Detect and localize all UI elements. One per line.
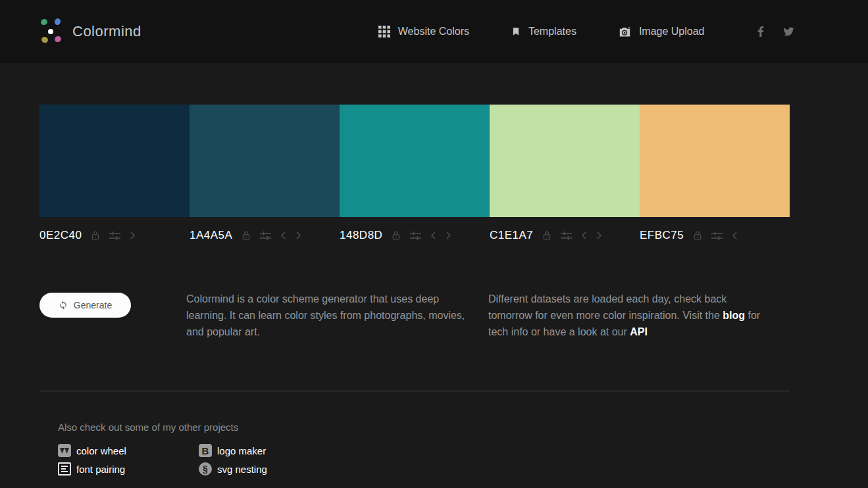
colormind-page: Colormind Website Colors Templates: [0, 0, 868, 476]
colormind-dots-icon: [38, 17, 63, 46]
refresh-icon: [59, 301, 68, 310]
project-label: svg nesting: [217, 464, 267, 475]
nav-label: Image Upload: [639, 26, 705, 37]
swatch-4-hex[interactable]: C1E1A7: [490, 229, 533, 242]
swatch-3-controls: 148D8D: [340, 228, 490, 243]
swatch-5-hex[interactable]: EFBC75: [640, 229, 684, 242]
social-links: [757, 26, 795, 37]
nav-item-website-colors[interactable]: Website Colors: [378, 26, 469, 37]
project-label: color wheel: [76, 445, 126, 456]
camera-icon: [619, 26, 631, 37]
logo-maker-icon: B: [199, 444, 212, 457]
chevron-left-icon[interactable]: [581, 232, 587, 239]
chevron-left-icon[interactable]: [430, 232, 436, 239]
logo-dot-olive: [41, 36, 49, 44]
sliders-icon[interactable]: [410, 231, 421, 241]
swatch-3-color[interactable]: [340, 105, 490, 217]
blog-link[interactable]: blog: [723, 310, 745, 321]
color-wheel-icon: [58, 444, 71, 457]
chevron-left-icon[interactable]: [732, 232, 738, 239]
project-link-color-wheel[interactable]: color wheel: [58, 444, 199, 457]
top-nav-bar: Colormind Website Colors Templates: [0, 0, 868, 63]
lock-icon[interactable]: [693, 230, 702, 241]
nav-item-image-upload[interactable]: Image Upload: [619, 26, 705, 37]
chevron-right-icon[interactable]: [295, 232, 301, 239]
swatch-2-controls: 1A4A5A: [190, 228, 340, 243]
info-row: Generate Colormind is a color scheme gen…: [39, 293, 790, 351]
project-label: logo maker: [217, 445, 266, 456]
lock-icon[interactable]: [392, 230, 401, 241]
logo-dot-blue: [54, 18, 62, 26]
nav-label: Templates: [528, 26, 576, 37]
swatch-1-color[interactable]: [39, 105, 190, 217]
main-content: 0E2C40 1A4A5A: [0, 105, 868, 476]
color-palette: 0E2C40 1A4A5A: [39, 105, 790, 243]
swatch-2-color[interactable]: [190, 105, 340, 217]
lock-icon[interactable]: [542, 230, 551, 241]
logo-dot-green: [40, 18, 48, 26]
project-link-logo-maker[interactable]: B logo maker: [199, 444, 868, 457]
nav-label: Website Colors: [398, 26, 469, 37]
swatch-3: 148D8D: [340, 105, 490, 243]
swatch-4-controls: C1E1A7: [490, 228, 640, 243]
swatch-1-hex[interactable]: 0E2C40: [39, 229, 82, 242]
generate-button[interactable]: Generate: [39, 293, 131, 318]
logo[interactable]: Colormind: [38, 17, 141, 46]
sliders-icon[interactable]: [109, 231, 120, 241]
svg-nesting-glyph: §: [203, 464, 208, 474]
swatch-2: 1A4A5A: [190, 105, 340, 243]
chevron-right-icon[interactable]: [130, 232, 136, 239]
logo-dot-white: [48, 29, 53, 34]
grid-icon: [378, 26, 390, 37]
lock-icon[interactable]: [91, 230, 100, 241]
project-link-svg-nesting[interactable]: § svg nesting: [199, 462, 868, 476]
swatch-5-controls: EFBC75: [640, 228, 790, 243]
lock-icon[interactable]: [242, 230, 251, 241]
twitter-icon[interactable]: [782, 26, 795, 37]
project-link-font-pairing[interactable]: font pairing: [58, 462, 199, 476]
chevron-right-icon[interactable]: [446, 232, 451, 239]
swatch-2-hex[interactable]: 1A4A5A: [190, 229, 232, 242]
swatch-1-controls: 0E2C40: [39, 228, 190, 243]
about-paragraph: Colormind is a color scheme generator th…: [186, 291, 467, 340]
font-pairing-icon: [58, 462, 71, 476]
footer-heading: Also check out some of my other projects: [58, 422, 868, 433]
facebook-icon[interactable]: [757, 26, 764, 37]
swatch-1: 0E2C40: [39, 105, 190, 243]
swatch-5-color[interactable]: [640, 105, 790, 217]
logo-maker-glyph: B: [202, 445, 209, 456]
logo-dot-pink: [54, 36, 62, 43]
datasets-text-pre: Different datasets are loaded each day, …: [488, 293, 727, 321]
swatch-4-color[interactable]: [490, 105, 640, 217]
sliders-icon[interactable]: [711, 231, 723, 241]
nav-item-templates[interactable]: Templates: [511, 26, 576, 37]
sliders-icon[interactable]: [561, 231, 572, 241]
swatch-3-hex[interactable]: 148D8D: [340, 229, 382, 242]
datasets-paragraph: Different datasets are loaded each day, …: [488, 291, 765, 340]
chevron-left-icon[interactable]: [280, 232, 286, 239]
project-label: font pairing: [76, 464, 125, 475]
swatch-4: C1E1A7: [490, 105, 640, 243]
logo-text: Colormind: [72, 23, 141, 40]
generate-button-label: Generate: [74, 300, 112, 310]
chevron-right-icon[interactable]: [596, 232, 602, 239]
section-divider: [39, 391, 790, 391]
bookmark-icon: [511, 26, 521, 37]
sliders-icon[interactable]: [260, 231, 271, 241]
main-nav: Website Colors Templates Image Uplo: [378, 26, 705, 37]
swatch-5: EFBC75: [640, 105, 790, 243]
api-link[interactable]: API: [630, 326, 648, 337]
other-projects: color wheel B logo maker font pairing § …: [58, 444, 868, 476]
svg-nesting-icon: §: [199, 462, 212, 476]
